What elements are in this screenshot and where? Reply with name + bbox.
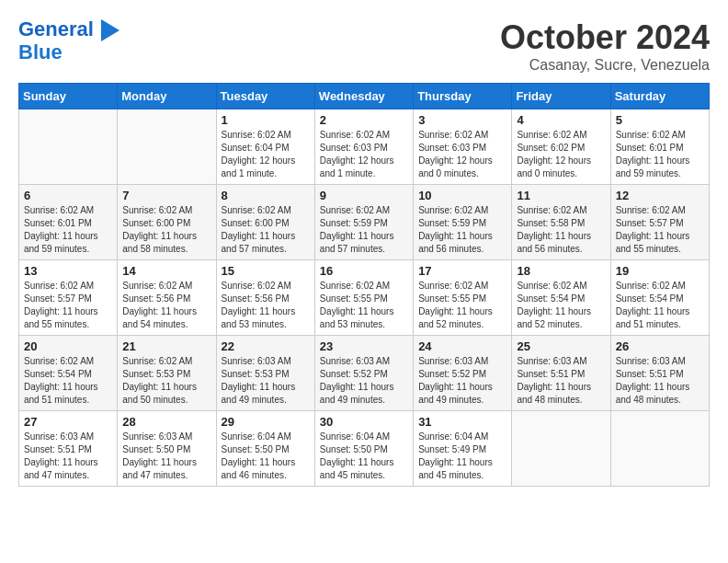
calendar-cell: 17Sunrise: 6:02 AMSunset: 5:55 PMDayligh…	[414, 260, 512, 336]
svg-marker-0	[101, 19, 119, 41]
cell-info: Sunrise: 6:02 AMSunset: 5:54 PMDaylight:…	[24, 355, 112, 407]
calendar-cell: 31Sunrise: 6:04 AMSunset: 5:49 PMDayligh…	[414, 411, 512, 487]
day-number: 3	[418, 113, 506, 127]
day-number: 29	[222, 415, 310, 429]
calendar-cell	[19, 109, 118, 185]
calendar-cell: 25Sunrise: 6:03 AMSunset: 5:51 PMDayligh…	[512, 336, 610, 411]
cell-info: Sunrise: 6:02 AMSunset: 5:55 PMDaylight:…	[320, 280, 408, 331]
calendar-week-1: 1Sunrise: 6:02 AMSunset: 6:04 PMDaylight…	[19, 109, 710, 185]
day-number: 18	[517, 264, 605, 278]
cell-info: Sunrise: 6:03 AMSunset: 5:51 PMDaylight:…	[616, 355, 704, 407]
day-number: 6	[24, 189, 112, 202]
column-header-monday: Monday	[118, 84, 216, 109]
page-header: General Blue October 2024 Casanay, Sucre…	[18, 18, 710, 74]
day-number: 8	[222, 189, 310, 202]
column-header-wednesday: Wednesday	[314, 84, 413, 109]
day-number: 25	[517, 339, 605, 353]
day-number: 11	[517, 189, 605, 202]
cell-info: Sunrise: 6:03 AMSunset: 5:51 PMDaylight:…	[24, 431, 112, 482]
day-number: 4	[517, 113, 605, 127]
cell-info: Sunrise: 6:02 AMSunset: 6:03 PMDaylight:…	[320, 129, 408, 180]
calendar-cell: 2Sunrise: 6:02 AMSunset: 6:03 PMDaylight…	[314, 109, 413, 185]
day-number: 20	[24, 339, 112, 353]
cell-info: Sunrise: 6:02 AMSunset: 5:56 PMDaylight:…	[122, 280, 210, 331]
day-number: 26	[616, 339, 704, 353]
calendar-cell: 4Sunrise: 6:02 AMSunset: 6:02 PMDaylight…	[512, 109, 610, 185]
column-header-friday: Friday	[512, 84, 610, 109]
day-number: 2	[320, 113, 408, 127]
column-header-saturday: Saturday	[610, 84, 709, 109]
cell-info: Sunrise: 6:02 AMSunset: 5:56 PMDaylight:…	[222, 280, 310, 331]
calendar-cell	[610, 411, 709, 487]
calendar-cell: 10Sunrise: 6:02 AMSunset: 5:59 PMDayligh…	[414, 185, 512, 260]
calendar-week-5: 27Sunrise: 6:03 AMSunset: 5:51 PMDayligh…	[19, 411, 710, 487]
day-number: 19	[616, 264, 704, 278]
cell-info: Sunrise: 6:02 AMSunset: 5:54 PMDaylight:…	[517, 280, 605, 331]
calendar-cell: 1Sunrise: 6:02 AMSunset: 6:04 PMDaylight…	[216, 109, 314, 185]
calendar-cell: 20Sunrise: 6:02 AMSunset: 5:54 PMDayligh…	[19, 336, 118, 411]
cell-info: Sunrise: 6:02 AMSunset: 5:57 PMDaylight:…	[24, 280, 112, 331]
day-number: 5	[616, 113, 704, 127]
calendar-cell: 14Sunrise: 6:02 AMSunset: 5:56 PMDayligh…	[118, 260, 216, 336]
cell-info: Sunrise: 6:03 AMSunset: 5:52 PMDaylight:…	[320, 355, 408, 407]
cell-info: Sunrise: 6:02 AMSunset: 5:57 PMDaylight:…	[616, 204, 704, 256]
day-number: 17	[418, 264, 506, 278]
calendar-cell: 15Sunrise: 6:02 AMSunset: 5:56 PMDayligh…	[216, 260, 314, 336]
calendar-cell: 29Sunrise: 6:04 AMSunset: 5:50 PMDayligh…	[216, 411, 314, 487]
calendar-week-3: 13Sunrise: 6:02 AMSunset: 5:57 PMDayligh…	[19, 260, 710, 336]
cell-info: Sunrise: 6:02 AMSunset: 5:53 PMDaylight:…	[122, 355, 210, 407]
cell-info: Sunrise: 6:04 AMSunset: 5:49 PMDaylight:…	[418, 431, 506, 482]
calendar-cell	[118, 109, 216, 185]
calendar-header-row: SundayMondayTuesdayWednesdayThursdayFrid…	[19, 84, 710, 109]
cell-info: Sunrise: 6:04 AMSunset: 5:50 PMDaylight:…	[320, 431, 408, 482]
calendar-week-2: 6Sunrise: 6:02 AMSunset: 6:01 PMDaylight…	[19, 185, 710, 260]
column-header-thursday: Thursday	[414, 84, 512, 109]
calendar-cell: 23Sunrise: 6:03 AMSunset: 5:52 PMDayligh…	[314, 336, 413, 411]
calendar-cell: 12Sunrise: 6:02 AMSunset: 5:57 PMDayligh…	[610, 185, 709, 260]
day-number: 9	[320, 189, 408, 202]
day-number: 12	[616, 189, 704, 202]
day-number: 16	[320, 264, 408, 278]
calendar-cell: 24Sunrise: 6:03 AMSunset: 5:52 PMDayligh…	[414, 336, 512, 411]
calendar-cell: 8Sunrise: 6:02 AMSunset: 6:00 PMDaylight…	[216, 185, 314, 260]
calendar-cell: 18Sunrise: 6:02 AMSunset: 5:54 PMDayligh…	[512, 260, 610, 336]
day-number: 1	[222, 113, 310, 127]
cell-info: Sunrise: 6:04 AMSunset: 5:50 PMDaylight:…	[222, 431, 310, 482]
cell-info: Sunrise: 6:03 AMSunset: 5:52 PMDaylight:…	[418, 355, 506, 407]
cell-info: Sunrise: 6:02 AMSunset: 6:00 PMDaylight:…	[222, 204, 310, 256]
calendar-cell: 28Sunrise: 6:03 AMSunset: 5:50 PMDayligh…	[118, 411, 216, 487]
cell-info: Sunrise: 6:02 AMSunset: 6:01 PMDaylight:…	[24, 204, 112, 256]
calendar-cell: 9Sunrise: 6:02 AMSunset: 5:59 PMDaylight…	[314, 185, 413, 260]
cell-info: Sunrise: 6:02 AMSunset: 6:03 PMDaylight:…	[418, 129, 506, 180]
calendar-cell: 21Sunrise: 6:02 AMSunset: 5:53 PMDayligh…	[118, 336, 216, 411]
cell-info: Sunrise: 6:02 AMSunset: 5:55 PMDaylight:…	[418, 280, 506, 331]
title-block: October 2024 Casanay, Sucre, Venezuela	[500, 18, 710, 74]
logo-text-blue: Blue	[18, 41, 119, 63]
day-number: 30	[320, 415, 408, 429]
day-number: 14	[122, 264, 210, 278]
calendar-cell: 19Sunrise: 6:02 AMSunset: 5:54 PMDayligh…	[610, 260, 709, 336]
calendar-cell	[512, 411, 610, 487]
cell-info: Sunrise: 6:03 AMSunset: 5:50 PMDaylight:…	[122, 431, 210, 482]
day-number: 27	[24, 415, 112, 429]
calendar-cell: 11Sunrise: 6:02 AMSunset: 5:58 PMDayligh…	[512, 185, 610, 260]
cell-info: Sunrise: 6:03 AMSunset: 5:51 PMDaylight:…	[517, 355, 605, 407]
cell-info: Sunrise: 6:02 AMSunset: 6:02 PMDaylight:…	[517, 129, 605, 180]
column-header-sunday: Sunday	[19, 84, 118, 109]
cell-info: Sunrise: 6:02 AMSunset: 6:01 PMDaylight:…	[616, 129, 704, 180]
day-number: 22	[222, 339, 310, 353]
month-title: October 2024	[500, 18, 710, 57]
logo: General Blue	[18, 18, 119, 63]
calendar-table: SundayMondayTuesdayWednesdayThursdayFrid…	[18, 83, 710, 487]
cell-info: Sunrise: 6:03 AMSunset: 5:53 PMDaylight:…	[222, 355, 310, 407]
location: Casanay, Sucre, Venezuela	[500, 57, 710, 74]
calendar-cell: 3Sunrise: 6:02 AMSunset: 6:03 PMDaylight…	[414, 109, 512, 185]
calendar-week-4: 20Sunrise: 6:02 AMSunset: 5:54 PMDayligh…	[19, 336, 710, 411]
calendar-cell: 5Sunrise: 6:02 AMSunset: 6:01 PMDaylight…	[610, 109, 709, 185]
day-number: 15	[222, 264, 310, 278]
cell-info: Sunrise: 6:02 AMSunset: 5:58 PMDaylight:…	[517, 204, 605, 256]
calendar-cell: 7Sunrise: 6:02 AMSunset: 6:00 PMDaylight…	[118, 185, 216, 260]
logo-text: General	[18, 18, 119, 41]
calendar-cell: 22Sunrise: 6:03 AMSunset: 5:53 PMDayligh…	[216, 336, 314, 411]
day-number: 31	[418, 415, 506, 429]
